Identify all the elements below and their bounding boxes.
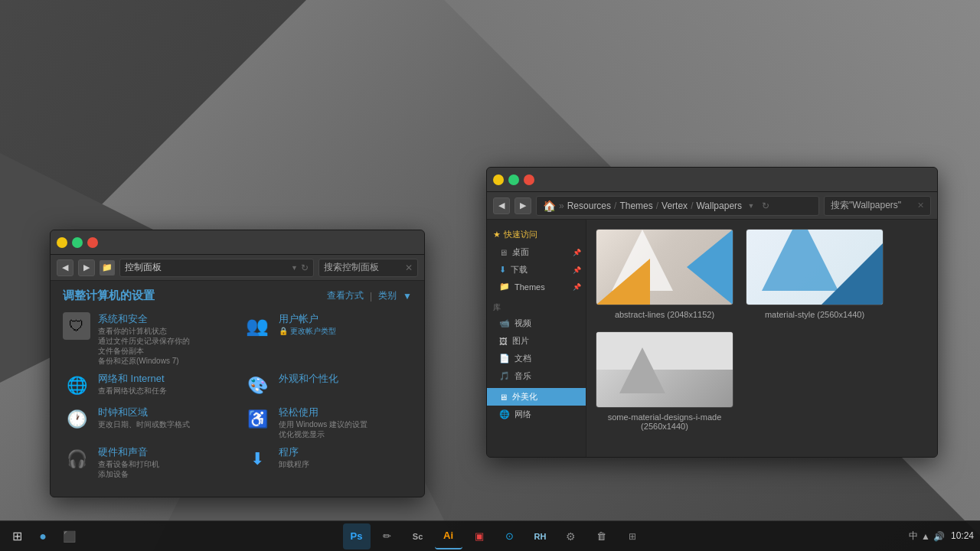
fm-refresh-icon[interactable]: ↻ <box>762 201 769 211</box>
cp-forward-button[interactable]: ▶ <box>78 259 95 276</box>
cp-search-bar[interactable]: 搜索控制面板 ✕ <box>318 259 418 277</box>
taskbar-app-sc[interactable]: Sc <box>404 523 432 549</box>
fm-themes-pin: 📌 <box>573 283 581 291</box>
cp-program-desc: 卸载程序 <box>279 459 412 469</box>
fm-maximize-button[interactable] <box>508 174 519 185</box>
cp-hardware-desc1: 查看设备和打印机 <box>98 459 231 469</box>
fm-sidebar-themes[interactable]: 📁 Themes 📌 <box>487 279 586 295</box>
fm-minimize-button[interactable] <box>493 174 504 185</box>
fm-sidebar-downloads[interactable]: ⬇ 下载 📌 <box>487 261 586 279</box>
cp-category-chevron[interactable]: ▼ <box>403 291 412 302</box>
fm-thumb-abstract-lines <box>596 229 733 305</box>
fm-search-clear[interactable]: ✕ <box>917 201 924 210</box>
cp-folder-icon: 📁 <box>100 260 115 276</box>
cp-minimize-button[interactable] <box>57 237 67 248</box>
fm-sidebar-network[interactable]: 🌐 网络 <box>487 406 586 423</box>
tray-network-icon[interactable]: ▲ <box>921 531 930 542</box>
fm-desktop-label: 桌面 <box>512 246 529 258</box>
taskbar-ai-label: Ai <box>443 530 453 541</box>
taskbar-left: ⊞ ● ⬛ <box>6 526 80 547</box>
cp-view-sep: | <box>370 291 372 302</box>
taskbar-right: 中 ▲ 🔊 10:24 <box>909 530 974 543</box>
fm-music-label: 音乐 <box>514 370 531 382</box>
fm-item-abstract-lines[interactable]: abstract-lines (2048x1152) <box>596 229 733 319</box>
taskbar-app-illustrator[interactable]: Ai <box>435 523 462 549</box>
cp-clock-desc: 更改日期、时间或数字格式 <box>98 419 231 429</box>
fm-themes-label: Themes <box>514 282 545 292</box>
tray-lang-icon[interactable]: 中 <box>909 530 918 543</box>
fm-forward-button[interactable]: ▶ <box>514 197 531 214</box>
taskbar-app-monitor[interactable]: ▣ <box>466 523 493 549</box>
cp-ease-text: 轻松使用 使用 Windows 建议的设置 优化视觉显示 <box>279 406 412 439</box>
taskbar-app-extra[interactable]: ⊞ <box>619 523 646 549</box>
cp-maximize-button[interactable] <box>72 237 83 248</box>
cp-path-dropdown[interactable]: ▼ <box>291 264 298 272</box>
cp-refresh-icon[interactable]: ↻ <box>301 262 309 273</box>
cp-item-network[interactable]: 🌐 网络和 Internet 查看网络状态和任务 <box>63 372 231 399</box>
taskbar-app-browser[interactable]: ⊙ <box>496 523 524 549</box>
cp-content: 调整计算机的设置 查看方式 | 类别 ▼ 🛡 系统和安全 查看你的计算机状态 通… <box>51 281 424 487</box>
fm-docs-icon: 📄 <box>499 354 510 364</box>
cp-item-security[interactable]: 🛡 系统和安全 查看你的计算机状态 通过文件历史记录保存你的 文件备份副本 备份… <box>63 312 231 366</box>
cp-view-label[interactable]: 查看方式 <box>327 289 364 302</box>
cp-path-bar[interactable]: 控制面板 ▼ ↻ <box>119 259 314 277</box>
cp-item-clock[interactable]: 🕐 时钟和区域 更改日期、时间或数字格式 <box>63 406 231 439</box>
cp-item-ease[interactable]: ♿ 轻松使用 使用 Windows 建议的设置 优化视觉显示 <box>243 406 412 439</box>
cp-security-desc1: 查看你的计算机状态 <box>98 326 231 336</box>
fm-path-dropdown[interactable]: ▼ <box>745 200 757 212</box>
taskbar-app-photoshop[interactable]: Ps <box>343 523 371 549</box>
cp-back-button[interactable]: ◀ <box>57 259 74 276</box>
fm-customize-icon: 🖥 <box>499 393 508 402</box>
taskbar-search-button[interactable]: ● <box>32 526 54 547</box>
taskbar-app-settings[interactable]: ⚙ <box>557 523 585 549</box>
fm-sidebar-desktop[interactable]: 🖥 桌面 📌 <box>487 243 586 261</box>
fm-titlebar <box>487 168 937 192</box>
taskbar-view-button[interactable]: ⬛ <box>58 526 80 547</box>
fm-path-wallpapers[interactable]: Wallpapers <box>696 201 742 211</box>
taskbar-start-button[interactable]: ⊞ <box>6 526 28 547</box>
tray-volume-icon[interactable]: 🔊 <box>933 531 945 542</box>
fm-close-button[interactable] <box>524 174 534 185</box>
cp-category-label[interactable]: 类别 <box>378 289 397 302</box>
fm-sidebar-video[interactable]: 📹 视频 <box>487 315 586 332</box>
taskbar-browser-icon: ⊙ <box>505 530 514 542</box>
taskbar-app-trash[interactable]: 🗑 <box>588 523 616 549</box>
taskbar-sc-label: Sc <box>413 532 423 541</box>
cp-program-icon: ⬇ <box>243 445 271 473</box>
taskbar-tray: 中 ▲ 🔊 <box>909 530 945 543</box>
cp-search-clear[interactable]: ✕ <box>405 262 413 273</box>
fm-path-vertex[interactable]: Vertex <box>662 201 688 211</box>
taskbar-clock[interactable]: 10:24 <box>951 530 974 543</box>
cp-network-desc: 查看网络状态和任务 <box>98 386 231 396</box>
fm-sidebar-pictures[interactable]: 🖼 图片 <box>487 332 586 350</box>
cp-toolbar: ◀ ▶ 📁 控制面板 ▼ ↻ 搜索控制面板 ✕ <box>51 255 424 281</box>
cp-close-button[interactable] <box>87 237 98 248</box>
cp-clock-title: 时钟和区域 <box>98 406 231 419</box>
fm-path-bar[interactable]: 🏠 » Resources / Themes / Vertex / Wallpa… <box>536 196 819 216</box>
taskbar-app-rh[interactable]: RH <box>527 523 554 549</box>
fm-item-some-material[interactable]: some-material-designs-i-made (2560x1440) <box>596 331 733 431</box>
cp-item-appearance[interactable]: 🎨 外观和个性化 <box>243 372 412 399</box>
cp-search-placeholder: 搜索控制面板 <box>324 261 379 274</box>
fm-music-icon: 🎵 <box>499 371 510 381</box>
fm-back-button[interactable]: ◀ <box>493 197 510 214</box>
fm-item-material-style[interactable]: material-style (2560x1440) <box>746 229 884 319</box>
fm-search-bar[interactable]: 搜索"Wallpapers" ✕ <box>824 196 931 216</box>
fm-extra-section: 🖥 外美化 🌐 网络 <box>487 388 586 423</box>
cp-network-icon: 🌐 <box>63 372 90 399</box>
cp-item-program[interactable]: ⬇ 程序 卸载程序 <box>243 445 412 479</box>
cp-appearance-icon: 🎨 <box>243 372 271 399</box>
fm-path-themes[interactable]: Themes <box>619 201 652 211</box>
cp-clock-icon: 🕐 <box>63 406 90 433</box>
cp-security-icon: 🛡 <box>63 312 90 340</box>
fm-sidebar-customize[interactable]: 🖥 外美化 <box>487 388 586 406</box>
cp-item-user[interactable]: 👥 用户帐户 🔒 更改帐户类型 <box>243 312 412 366</box>
fm-downloads-pin: 📌 <box>573 266 581 274</box>
fm-sidebar-docs[interactable]: 📄 文档 <box>487 350 586 367</box>
cp-item-hardware[interactable]: 🎧 硬件和声音 查看设备和打印机 添加设备 <box>63 445 231 479</box>
fm-path-resources[interactable]: Resources <box>567 201 611 211</box>
fm-customize-label: 外美化 <box>512 391 537 403</box>
taskbar-app-pen[interactable]: ✏ <box>374 523 401 549</box>
fm-sidebar-music[interactable]: 🎵 音乐 <box>487 367 586 385</box>
fm-thumbnails-grid: abstract-lines (2048x1152) material-styl… <box>596 229 928 431</box>
